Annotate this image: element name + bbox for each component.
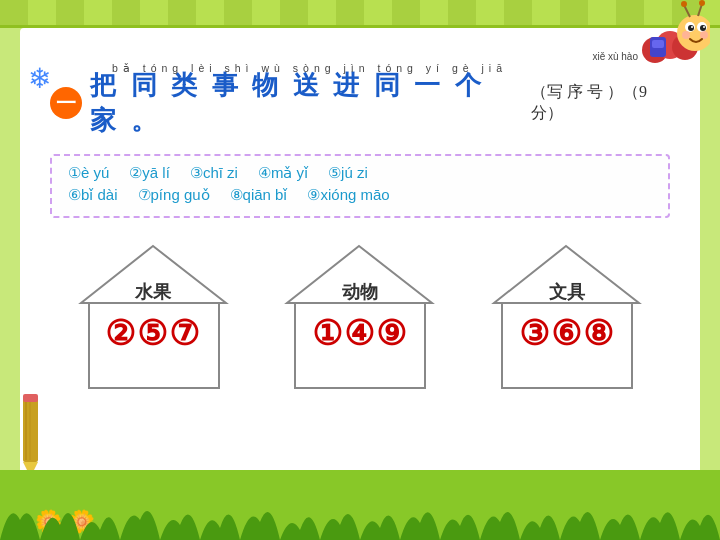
top-border [0, 0, 720, 28]
house-1-answer: ②⑤⑦ [105, 313, 201, 353]
grass-svg [0, 490, 720, 540]
house-1: 水果 ②⑤⑦ [71, 238, 236, 403]
house-1-label: 水果 [135, 280, 171, 304]
items-row-1: ①è yú ②yā lí ③chī zi ④mǎ yǐ ⑤jú zi [68, 164, 652, 182]
question-wrapper: bǎ tóng lèi shì wù sòng jìn tóng yí gè j… [50, 46, 670, 138]
item-9: ⑨xióng māo [307, 186, 389, 204]
question-icon: ❄ [28, 62, 51, 95]
main-question: 一 把 同 类 事 物 送 进 同 一 个 家 。 （写 序 号 ）（9 分） [50, 68, 670, 138]
item-8: ⑧qiān bǐ [230, 186, 288, 204]
bottom-area: 🌼 🌼 [0, 470, 720, 540]
mascot [630, 0, 710, 70]
item-7: ⑦píng guǒ [138, 186, 210, 204]
house-1-shape: 水果 ②⑤⑦ [71, 238, 236, 403]
pencil-decoration [18, 392, 43, 482]
house-3-answer: ③⑥⑧ [519, 313, 615, 353]
question-number: 一 [50, 87, 82, 119]
item-1: ①è yú [68, 164, 109, 182]
house-3: 文具 ③⑥⑧ [484, 238, 649, 403]
item-5: ⑤jú zi [328, 164, 368, 182]
house-2-label: 动物 [342, 280, 378, 304]
item-2: ②yā lí [129, 164, 170, 182]
house-2-shape: 动物 ①④⑨ [277, 238, 442, 403]
svg-point-22 [700, 31, 708, 39]
question-text: 把 同 类 事 物 送 进 同 一 个 家 。 [90, 68, 525, 138]
pinyin-above: bǎ tóng lèi shì wù sòng jìn tóng yí gè j… [112, 62, 507, 74]
svg-point-19 [691, 26, 693, 28]
svg-rect-6 [23, 397, 38, 462]
house-2-answer: ①④⑨ [312, 313, 408, 353]
question-note: （写 序 号 ）（9 分） [531, 82, 670, 124]
svg-point-17 [688, 25, 694, 31]
svg-point-24 [681, 1, 687, 7]
svg-point-21 [682, 31, 690, 39]
houses-section: 水果 ②⑤⑦ 动物 ①④⑨ 文具 ③⑥⑧ [20, 228, 700, 413]
svg-point-26 [699, 0, 705, 6]
svg-point-18 [700, 25, 706, 31]
question-header: bǎ tóng lèi shì wù sòng jìn tóng yí gè j… [20, 28, 700, 148]
items-row-2: ⑥bǐ dài ⑦píng guǒ ⑧qiān bǐ ⑨xióng māo [68, 186, 652, 204]
item-6: ⑥bǐ dài [68, 186, 118, 204]
item-3: ③chī zi [190, 164, 238, 182]
item-4: ④mǎ yǐ [258, 164, 308, 182]
svg-rect-8 [23, 394, 38, 402]
house-3-label: 文具 [549, 280, 585, 304]
house-3-shape: 文具 ③⑥⑧ [484, 238, 649, 403]
svg-point-20 [703, 26, 705, 28]
svg-rect-28 [652, 40, 664, 48]
house-2: 动物 ①④⑨ [277, 238, 442, 403]
content-area: bǎ tóng lèi shì wù sòng jìn tóng yí gè j… [20, 28, 700, 480]
items-box: ①è yú ②yā lí ③chī zi ④mǎ yǐ ⑤jú zi ⑥bǐ d… [50, 154, 670, 218]
